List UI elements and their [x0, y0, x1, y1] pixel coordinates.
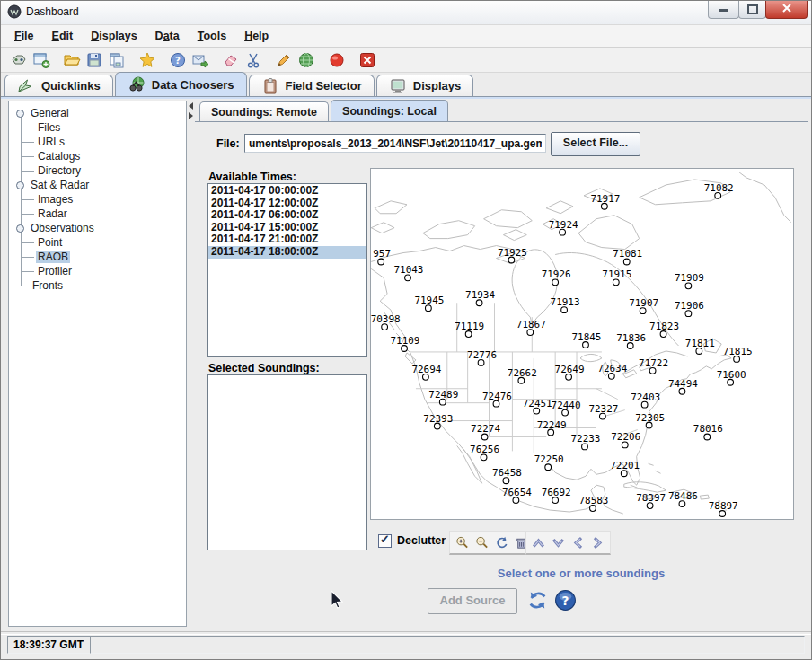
- help-icon[interactable]: ?: [169, 51, 187, 69]
- time-option[interactable]: 2011-04-17 21:00:00Z: [208, 233, 366, 246]
- file-path-input[interactable]: [244, 134, 546, 153]
- station-71836[interactable]: 71836: [616, 332, 646, 348]
- station-76654[interactable]: 76654: [502, 487, 532, 503]
- pan-up-icon[interactable]: [531, 535, 546, 550]
- tree-node-radar[interactable]: Radar: [9, 207, 186, 221]
- record-icon[interactable]: [328, 51, 346, 69]
- new-window-icon[interactable]: [32, 51, 50, 69]
- time-option[interactable]: 2011-04-17 06:00:00Z: [208, 209, 366, 222]
- station-71915[interactable]: 71915: [602, 268, 631, 285]
- station-72776[interactable]: 72776: [467, 349, 497, 365]
- station-78016[interactable]: 78016: [693, 423, 723, 439]
- show-dashboard-icon[interactable]: [10, 51, 28, 69]
- add-source-button[interactable]: Add Source: [428, 588, 517, 614]
- tree-node-sat-radar[interactable]: Sat & Radar: [9, 178, 186, 192]
- collapse-left-icon[interactable]: [189, 102, 193, 110]
- copy-icon[interactable]: [108, 51, 126, 69]
- tab-field-selector[interactable]: Field Selector: [249, 75, 375, 96]
- station-71109[interactable]: 71109: [391, 335, 420, 351]
- tree-node-point[interactable]: Point: [9, 235, 186, 250]
- menu-file[interactable]: File: [5, 27, 43, 45]
- station-78583[interactable]: 78583: [578, 495, 608, 511]
- tree-expand-handle-icon[interactable]: [16, 181, 24, 189]
- station-71043[interactable]: 71043: [394, 264, 424, 280]
- station-72694[interactable]: 72694: [411, 364, 441, 380]
- station-71909[interactable]: 71909: [675, 272, 704, 288]
- station-76256[interactable]: 76256: [470, 444, 499, 460]
- menu-displays[interactable]: Displays: [82, 27, 146, 45]
- minimize-button[interactable]: [708, 1, 739, 19]
- station-71934[interactable]: 71934: [465, 289, 495, 305]
- pan-down-icon[interactable]: [551, 535, 566, 550]
- station-71600[interactable]: 71600: [717, 369, 746, 385]
- zoom-out-icon[interactable]: [474, 535, 490, 550]
- station-78397[interactable]: 78397: [636, 492, 666, 508]
- split-pane-divider[interactable]: [187, 101, 195, 625]
- tab-displays[interactable]: Displays: [376, 75, 473, 96]
- tree-node-files[interactable]: Files: [9, 120, 186, 135]
- station-76458[interactable]: 76458: [492, 467, 522, 483]
- station-72249[interactable]: 72249: [537, 419, 567, 436]
- station-72649[interactable]: 72649: [555, 364, 585, 380]
- station-72206[interactable]: 72206: [611, 431, 640, 447]
- help-icon[interactable]: ?: [554, 589, 577, 612]
- tree-node-directory[interactable]: Directory: [9, 163, 186, 178]
- time-option[interactable]: 2011-04-17 00:00:00Z: [208, 185, 366, 198]
- eraser-icon[interactable]: [222, 51, 240, 69]
- tree-node-urls[interactable]: URLs: [9, 135, 186, 149]
- station-72451[interactable]: 72451: [523, 398, 552, 414]
- station-72274[interactable]: 72274: [471, 423, 500, 439]
- save-icon[interactable]: [85, 51, 103, 69]
- station-72233[interactable]: 72233: [571, 433, 601, 449]
- station-72327[interactable]: 72327: [588, 403, 618, 419]
- pan-right-icon[interactable]: [590, 535, 605, 550]
- zoom-in-icon[interactable]: [455, 535, 470, 550]
- menu-data[interactable]: Data: [146, 27, 189, 45]
- station-71906[interactable]: 71906: [675, 300, 704, 316]
- title-bar[interactable]: Dashboard: [1, 1, 811, 25]
- declutter-checkbox[interactable]: [378, 534, 392, 548]
- station-72476[interactable]: 72476: [482, 391, 512, 407]
- station-71722[interactable]: 71722: [639, 357, 668, 374]
- expand-right-icon[interactable]: [189, 112, 193, 119]
- maximize-button[interactable]: [738, 1, 766, 19]
- open-file-icon[interactable]: [63, 51, 81, 69]
- tree-expand-handle-icon[interactable]: [16, 110, 24, 118]
- tree-node-catalogs[interactable]: Catalogs: [9, 149, 186, 163]
- tree-expand-handle-icon[interactable]: [16, 224, 24, 233]
- tree-node-profiler[interactable]: Profiler: [9, 264, 186, 278]
- time-option[interactable]: 2011-04-17 15:00:00Z: [208, 222, 366, 234]
- station-72393[interactable]: 72393: [423, 413, 453, 429]
- menu-tools[interactable]: Tools: [189, 27, 235, 45]
- station-71082[interactable]: 71082: [704, 182, 734, 198]
- station-74494[interactable]: 74494: [668, 378, 698, 394]
- station-70398[interactable]: 70398: [371, 313, 401, 330]
- station-71867[interactable]: 71867: [516, 319, 546, 335]
- close-button[interactable]: [765, 1, 808, 19]
- station-71945[interactable]: 71945: [414, 295, 444, 311]
- tab-soundings-remote[interactable]: Soundings: Remote: [199, 101, 329, 121]
- station-71119[interactable]: 71119: [455, 321, 484, 337]
- tab-soundings-local[interactable]: Soundings: Local: [331, 100, 448, 121]
- station-71913[interactable]: 71913: [551, 296, 580, 312]
- station-72305[interactable]: 72305: [635, 412, 665, 428]
- time-option[interactable]: 2011-04-17 18:00:00Z: [208, 246, 366, 259]
- time-option[interactable]: 2011-04-17 12:00:00Z: [208, 198, 366, 210]
- station-71823[interactable]: 71823: [649, 321, 679, 337]
- tree-node-raob[interactable]: RAOB: [9, 250, 186, 264]
- station-71081[interactable]: 71081: [613, 248, 642, 264]
- tab-data-choosers[interactable]: Data Choosers: [115, 72, 247, 96]
- refresh-icon[interactable]: [526, 589, 549, 612]
- station-71917[interactable]: 71917: [590, 193, 620, 209]
- tab-quicklinks[interactable]: Quicklinks: [4, 75, 113, 96]
- exit-icon[interactable]: [358, 51, 376, 69]
- station-71926[interactable]: 71926: [542, 268, 571, 285]
- station-76692[interactable]: 76692: [542, 487, 571, 503]
- tree-node-observations[interactable]: Observations: [9, 221, 186, 235]
- station-72662[interactable]: 72662: [508, 367, 537, 383]
- selected-soundings-list[interactable]: [207, 374, 367, 550]
- favorites-icon[interactable]: [138, 51, 156, 69]
- station-map[interactable]: 9577104371925719247192671934719457191370…: [370, 168, 794, 520]
- menu-help[interactable]: Help: [235, 27, 278, 45]
- station-72250[interactable]: 72250: [534, 453, 564, 470]
